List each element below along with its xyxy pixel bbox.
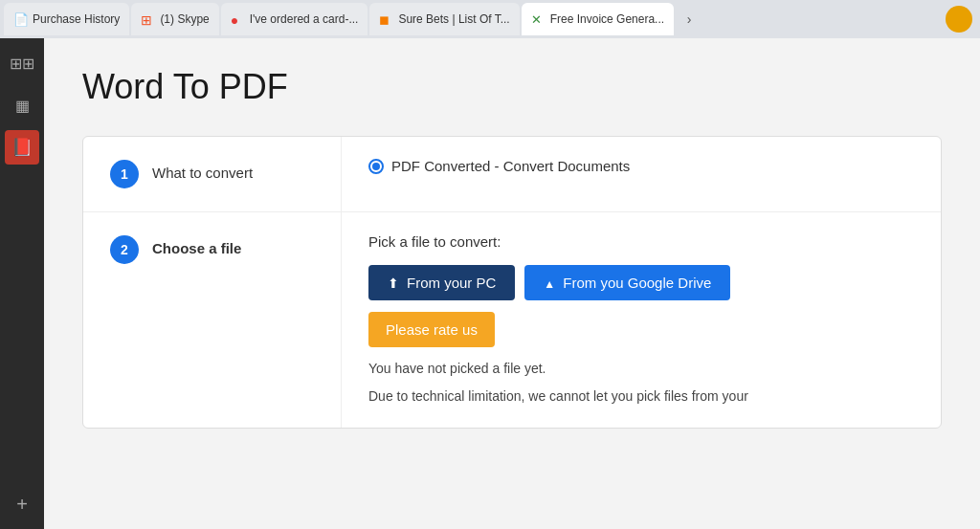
from-drive-button[interactable]: From you Google Drive	[524, 265, 730, 300]
info-text-2: Due to technical limitation, we cannot l…	[368, 386, 914, 407]
profile-icon[interactable]	[946, 6, 972, 33]
tab-ordered-card[interactable]: I've ordered a card-...	[221, 3, 368, 35]
step-1-content: PDF Converted - Convert Documents	[342, 137, 941, 211]
tab-3-icon	[231, 12, 244, 26]
sidebar-item-grid[interactable]: ▦	[5, 88, 39, 122]
tab-5-icon	[531, 12, 545, 26]
tab-4-label: Sure Bets | List Of T...	[398, 12, 509, 26]
step-1-side: 1 What to convert	[83, 137, 342, 211]
tab-2-label: (1) Skype	[160, 12, 209, 26]
converter-card: 1 What to convert PDF Converted - Conver…	[82, 136, 942, 429]
svg-rect-0	[951, 11, 967, 27]
sidebar: ⊞ ▦ 📕 +	[0, 38, 44, 529]
main-layout: ⊞ ▦ 📕 + Word To PDF 1 What to convert	[0, 38, 980, 529]
from-pc-button[interactable]: From your PC	[368, 265, 515, 300]
tab-2-icon	[141, 12, 154, 26]
home-icon: ⊞	[10, 55, 34, 73]
info-text-1: You have not picked a file yet.	[368, 359, 914, 379]
sidebar-item-home[interactable]: ⊞	[5, 46, 39, 80]
page-title: Word To PDF	[82, 67, 942, 107]
tab-bar: Purchase History (1) Skype I've ordered …	[0, 0, 980, 38]
pick-file-label: Pick a file to convert:	[368, 233, 914, 250]
radio-button[interactable]	[368, 159, 384, 174]
tab-skype[interactable]: (1) Skype	[131, 3, 218, 35]
radio-label: PDF Converted - Convert Documents	[391, 158, 630, 174]
radio-row: PDF Converted - Convert Documents	[368, 158, 914, 174]
file-buttons-row: From your PC From you Google Drive	[368, 265, 914, 300]
tab-free-invoice[interactable]: Free Invoice Genera...	[522, 3, 674, 35]
radio-dot-inner	[372, 163, 380, 170]
tab-4-icon	[379, 12, 392, 26]
more-tabs-button[interactable]: ›	[676, 6, 702, 33]
step-2-label: Choose a file	[152, 235, 241, 256]
content-area: Word To PDF 1 What to convert PDF Conver…	[44, 38, 980, 529]
step-2-row: 2 Choose a file Pick a file to convert: …	[83, 212, 941, 428]
pdf-icon: 📕	[11, 137, 33, 158]
drive-icon	[544, 275, 555, 291]
step-1-circle: 1	[110, 160, 139, 188]
rate-button-row: Please rate us	[368, 312, 914, 347]
grid-icon: ▦	[15, 97, 30, 115]
sidebar-add-button[interactable]: +	[5, 487, 39, 521]
step-1-row: 1 What to convert PDF Converted - Conver…	[83, 137, 941, 212]
rate-us-button[interactable]: Please rate us	[368, 312, 495, 347]
sidebar-item-pdf[interactable]: 📕	[5, 130, 39, 165]
tab-1-icon	[13, 12, 27, 26]
tab-sure-bets[interactable]: Sure Bets | List Of T...	[369, 3, 519, 35]
step-2-circle: 2	[110, 235, 139, 264]
step-2-side: 2 Choose a file	[83, 212, 342, 428]
step-2-content: Pick a file to convert: From your PC Fro…	[342, 212, 941, 428]
tab-purchase-history[interactable]: Purchase History	[4, 3, 129, 35]
tab-3-label: I've ordered a card-...	[250, 12, 359, 26]
add-icon: +	[16, 494, 28, 516]
tab-1-label: Purchase History	[33, 12, 120, 26]
upload-icon	[388, 275, 399, 291]
step-1-label: What to convert	[152, 160, 253, 181]
tab-5-label: Free Invoice Genera...	[550, 12, 664, 26]
